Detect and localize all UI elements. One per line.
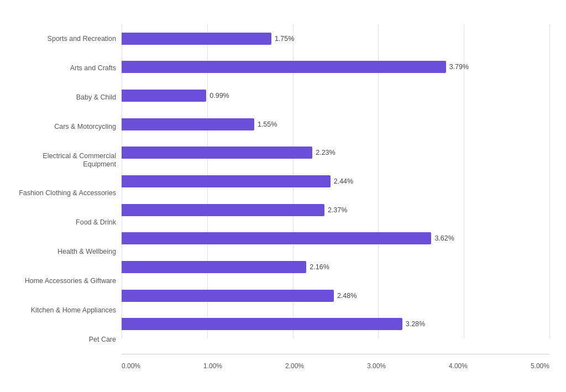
- y-label: Food & Drink: [17, 218, 116, 227]
- bar-wrap: 3.79%: [122, 61, 549, 73]
- y-label: Home Accessories & Giftware: [17, 277, 116, 285]
- x-axis-label: 1.00%: [203, 362, 222, 370]
- bar-row: 1.75%: [122, 24, 549, 53]
- y-label: Baby & Child: [17, 93, 116, 102]
- bar-value-label: 1.75%: [275, 35, 294, 43]
- bar: [122, 175, 331, 187]
- bar-value-label: 2.16%: [310, 263, 329, 271]
- bar: [122, 147, 312, 159]
- bar: [122, 290, 334, 302]
- x-axis-label: 5.00%: [531, 362, 549, 370]
- bar-wrap: 2.48%: [122, 290, 549, 302]
- y-label: Health & Wellbeing: [17, 248, 116, 256]
- x-axis-labels: 0.00%1.00%2.00%3.00%4.00%5.00%: [122, 354, 549, 370]
- y-label: Cars & Motorcycling: [17, 123, 116, 131]
- bar-row: 2.37%: [122, 196, 549, 224]
- y-label: Fashion Clothing & Accessories: [17, 189, 116, 197]
- bar: [122, 261, 306, 273]
- bar-value-label: 2.23%: [316, 149, 335, 156]
- bar: [122, 33, 271, 45]
- bar-wrap: 1.75%: [122, 33, 549, 45]
- bar-wrap: 3.28%: [122, 318, 549, 330]
- bar-row: 3.28%: [122, 310, 549, 338]
- bar-value-label: 2.48%: [337, 292, 357, 300]
- bar-row: 0.99%: [122, 81, 549, 110]
- y-label: Kitchen & Home Appliances: [17, 306, 116, 315]
- y-label: Pet Care: [17, 336, 116, 344]
- x-axis-label: 0.00%: [122, 362, 140, 370]
- bar-wrap: 0.99%: [122, 90, 549, 102]
- bar-row: 3.62%: [122, 224, 549, 253]
- x-axis-label: 4.00%: [449, 362, 468, 370]
- bar-row: 3.79%: [122, 53, 549, 82]
- x-axis-label: 3.00%: [367, 362, 386, 370]
- y-labels: Sports and RecreationArts and CraftsBaby…: [17, 24, 122, 370]
- bars-section: 1.75%3.79%0.99%1.55%2.23%2.44%2.37%3.62%…: [122, 24, 549, 370]
- bar-wrap: 2.16%: [122, 261, 549, 273]
- x-axis-label: 2.00%: [285, 362, 304, 370]
- bar-value-label: 2.37%: [328, 206, 347, 214]
- bar-value-label: 0.99%: [209, 92, 229, 100]
- y-label: Arts and Crafts: [17, 64, 116, 72]
- bar: [122, 90, 206, 102]
- bars-rows: 1.75%3.79%0.99%1.55%2.23%2.44%2.37%3.62%…: [122, 24, 549, 354]
- bar-wrap: 2.23%: [122, 147, 549, 159]
- bar: [122, 118, 254, 130]
- bar-wrap: 2.37%: [122, 204, 549, 216]
- bar-row: 2.44%: [122, 167, 549, 196]
- bar-wrap: 2.44%: [122, 175, 549, 187]
- grid-and-bars: 1.75%3.79%0.99%1.55%2.23%2.44%2.37%3.62%…: [122, 24, 549, 354]
- bar-row: 2.48%: [122, 281, 549, 310]
- bar-value-label: 2.44%: [334, 177, 353, 185]
- bar: [122, 61, 446, 73]
- bar-value-label: 3.79%: [449, 63, 469, 71]
- gridline: [549, 24, 550, 338]
- bar-value-label: 3.28%: [406, 320, 425, 328]
- bar-value-label: 1.55%: [258, 121, 277, 128]
- chart-container: Sports and RecreationArts and CraftsBaby…: [17, 24, 549, 370]
- bar: [122, 232, 431, 244]
- bar-row: 1.55%: [122, 110, 549, 139]
- bar-wrap: 1.55%: [122, 118, 549, 130]
- bar: [122, 204, 324, 216]
- bar-wrap: 3.62%: [122, 232, 549, 244]
- chart-area: Sports and RecreationArts and CraftsBaby…: [17, 24, 549, 370]
- bar: [122, 318, 402, 330]
- bar-row: 2.23%: [122, 139, 549, 168]
- y-label: Electrical & CommercialEquipment: [17, 152, 116, 169]
- y-label: Sports and Recreation: [17, 35, 116, 43]
- bar-row: 2.16%: [122, 253, 549, 281]
- bar-value-label: 3.62%: [434, 234, 454, 242]
